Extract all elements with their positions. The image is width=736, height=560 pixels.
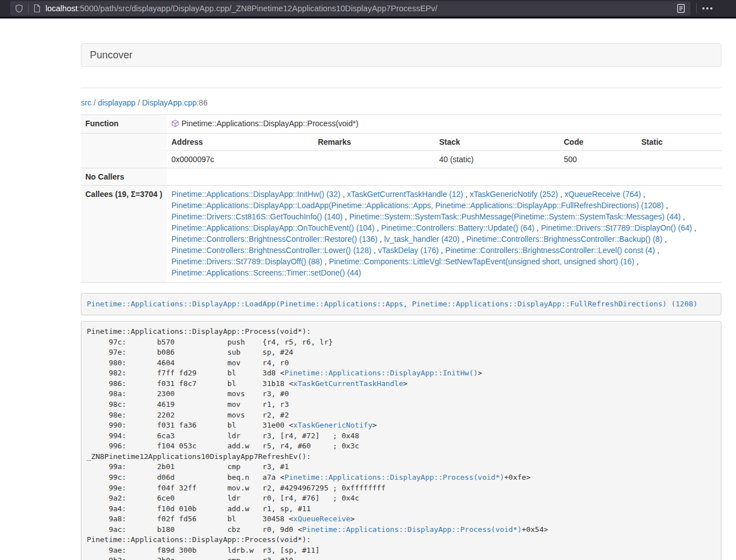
asm-symbol-link[interactable]: xQueueReceive	[293, 515, 350, 523]
details-column-header: Code	[559, 134, 637, 151]
function-table: Function Pinetime::Applications::Display…	[81, 114, 721, 283]
details-value	[637, 151, 721, 168]
details-cell: AddressRemarksStackCodeStatic 0x0000097c…	[167, 134, 721, 168]
function-name: Pinetime::Applications::DisplayApp::Proc…	[181, 119, 358, 128]
callees-row: Callees (19, Σ=3704 ) Pinetime::Applicat…	[81, 186, 721, 283]
breadcrumb: src / displayapp / DisplayApp.cpp:86	[81, 97, 721, 108]
no-callers-cell	[167, 168, 721, 186]
asm-symbol-link[interactable]: Pinetime::Applications::DisplayApp::Proc…	[285, 473, 504, 481]
callee-link[interactable]: Pinetime::Applications::DisplayApp::OnTo…	[171, 223, 374, 232]
details-row: AddressRemarksStackCodeStatic 0x0000097c…	[81, 134, 721, 168]
page-icon[interactable]	[33, 4, 41, 13]
details-column-header: Address	[167, 134, 313, 151]
breadcrumb-line-number: :86	[196, 98, 207, 107]
callee-line: Pinetime::Controllers::BrightnessControl…	[171, 245, 717, 256]
page-content: Puncover src / displayapp / DisplayApp.c…	[0, 19, 736, 560]
callee-link[interactable]: Pinetime::Controllers::Battery::Update()…	[381, 223, 534, 232]
callees-cell: Pinetime::Applications::DisplayApp::Init…	[167, 186, 721, 283]
callee-link[interactable]: Pinetime::Components::LittleVgl::SetNewT…	[329, 257, 634, 266]
shield-icon[interactable]	[15, 4, 24, 13]
callee-link[interactable]: xTaskGetCurrentTaskHandle (12)	[347, 190, 463, 199]
callee-link[interactable]: Pinetime::Controllers::BrightnessControl…	[171, 246, 371, 255]
toolbar-divider	[696, 3, 697, 13]
asm-symbol-link[interactable]: xTaskGenericNotify	[293, 421, 372, 429]
url-bar[interactable]: localhost:5000/path/src/displayapp/Displ…	[10, 1, 691, 16]
details-value: 500	[559, 151, 637, 168]
callee-link[interactable]: lv_task_handler (420)	[384, 235, 460, 244]
callee-line: Pinetime::Drivers::St7789::DisplayOff() …	[171, 256, 717, 267]
function-row: Function Pinetime::Applications::Display…	[81, 115, 721, 134]
details-value-row: 0x0000097c40 (static)500	[167, 151, 721, 168]
function-label: Function	[81, 115, 167, 134]
asm-symbol-link[interactable]: Pinetime::Applications::DisplayApp::Proc…	[302, 525, 522, 534]
callee-link[interactable]: vTaskDelay (176)	[378, 246, 438, 255]
callee-link[interactable]: Pinetime::Applications::Screens::Timer::…	[171, 268, 361, 277]
divider	[81, 88, 721, 88]
details-label-empty	[81, 134, 167, 168]
callee-link[interactable]: Pinetime::Drivers::St7789::DisplayOff() …	[171, 257, 322, 266]
callee-link[interactable]: Pinetime::System::SystemTask::PushMessag…	[349, 212, 681, 221]
callee-link[interactable]: Pinetime::Controllers::BrightnessControl…	[445, 246, 655, 255]
details-table: AddressRemarksStackCodeStatic 0x0000097c…	[167, 134, 721, 168]
breadcrumb-link[interactable]: src	[81, 98, 92, 107]
disassembly-block: Pinetime::Applications::DisplayApp::Proc…	[81, 321, 721, 560]
callee-line: Pinetime::Applications::DisplayApp::OnTo…	[171, 222, 717, 233]
callee-link[interactable]: Pinetime::Controllers::BrightnessControl…	[466, 235, 662, 244]
callee-link[interactable]: Pinetime::Applications::DisplayApp::Load…	[171, 201, 664, 210]
asm-symbol-link[interactable]: Pinetime::Applications::DisplayApp::Init…	[285, 369, 478, 377]
callee-link[interactable]: Pinetime::Controllers::BrightnessControl…	[171, 235, 377, 244]
no-callers-row: No Callers	[81, 168, 721, 186]
callee-line: Pinetime::Controllers::BrightnessControl…	[171, 233, 717, 245]
no-callers-label: No Callers	[81, 168, 167, 186]
highlighted-symbol-box: Pinetime::Applications::DisplayApp::Load…	[81, 293, 721, 315]
details-column-header: Stack	[435, 134, 559, 151]
callee-line: Pinetime::Applications::DisplayApp::Load…	[171, 200, 717, 211]
callee-link[interactable]: xTaskGenericNotify (252)	[470, 190, 558, 199]
callee-line: Pinetime::Applications::Screens::Timer::…	[171, 267, 717, 278]
more-menu-icon[interactable]	[702, 7, 712, 10]
details-column-header: Remarks	[313, 134, 435, 151]
brand-link[interactable]: Puncover	[90, 49, 132, 61]
callees-label: Callees (19, Σ=3704 )	[81, 186, 167, 283]
reader-mode-icon[interactable]	[676, 3, 686, 13]
symbol-cube-icon	[171, 119, 179, 130]
details-header-row: AddressRemarksStackCodeStatic	[167, 134, 721, 151]
breadcrumb-separator: /	[92, 98, 98, 107]
urlbar-divider	[28, 3, 29, 13]
function-name-cell: Pinetime::Applications::DisplayApp::Proc…	[167, 115, 721, 134]
callee-link[interactable]: Pinetime::Drivers::Cst816S::GetTouchInfo…	[171, 212, 342, 221]
callee-link[interactable]: Pinetime::Drivers::St7789::DisplayOn() (…	[541, 223, 692, 232]
callee-line: Pinetime::Drivers::Cst816S::GetTouchInfo…	[171, 211, 717, 222]
asm-symbol-link[interactable]: xTaskGetCurrentTaskHandle	[293, 379, 403, 388]
details-value: 40 (static)	[435, 151, 559, 168]
highlighted-symbol-link[interactable]: Pinetime::Applications::DisplayApp::Load…	[87, 300, 698, 308]
browser-toolbar: localhost:5000/path/src/displayapp/Displ…	[0, 0, 736, 19]
callee-link[interactable]: Pinetime::Applications::DisplayApp::Init…	[171, 190, 340, 199]
details-value: 0x0000097c	[167, 151, 313, 168]
details-column-header: Static	[637, 134, 721, 151]
callee-link[interactable]: xQueueReceive (764)	[565, 190, 641, 199]
breadcrumb-link[interactable]: DisplayApp.cpp	[142, 98, 196, 107]
breadcrumb-link[interactable]: displayapp	[98, 98, 135, 107]
url-text: localhost:5000/path/src/displayapp/Displ…	[45, 4, 676, 13]
callee-line: Pinetime::Applications::DisplayApp::Init…	[171, 189, 717, 200]
breadcrumb-separator: /	[135, 98, 142, 107]
details-value	[313, 151, 435, 168]
brand-panel: Puncover	[81, 43, 721, 67]
